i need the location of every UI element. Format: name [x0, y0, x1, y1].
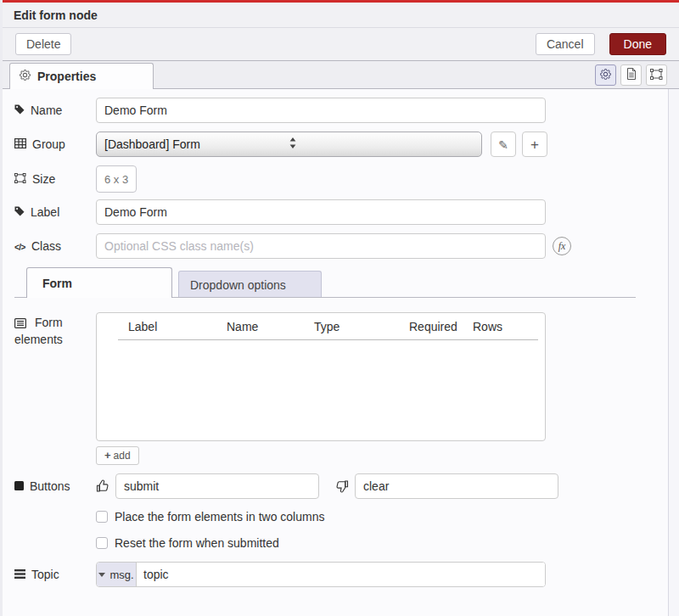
properties-form: Name Group [Dashboard] Form — [3, 89, 679, 616]
form-elements-label: Form elements — [14, 312, 96, 349]
class-input[interactable] — [96, 233, 546, 259]
reset-form-checkbox[interactable] — [96, 537, 108, 549]
scrollbar-track[interactable] — [668, 89, 679, 616]
column-header-label: Label — [128, 320, 157, 333]
size-button[interactable]: 6 x 3 — [96, 165, 137, 193]
tab-properties-label: Properties — [37, 70, 96, 83]
topic-row: Topic msg. — [14, 562, 667, 587]
chevron-down-icon — [98, 573, 105, 577]
square-icon — [14, 479, 24, 493]
file-text-icon — [626, 68, 637, 82]
add-element-button[interactable]: add — [96, 446, 139, 465]
class-row: Class fx — [14, 233, 667, 259]
group-label: Group — [14, 137, 96, 151]
dialog-toolbar: Delete Cancel Done — [3, 28, 679, 61]
group-select[interactable]: [Dashboard] Form — [96, 132, 482, 157]
edit-form-node-dialog: Edit form node Delete Cancel Done Proper… — [0, 0, 679, 616]
form-elements-row: Form elements Label Name Type Required R… — [14, 312, 667, 465]
buttons-row: Buttons — [14, 473, 667, 499]
topic-type-label: msg. — [109, 568, 133, 581]
plus-icon — [104, 450, 111, 462]
group-row: Group [Dashboard] Form — [14, 132, 667, 157]
two-columns-checkbox-label: Place the form elements in two columns — [115, 510, 324, 524]
node-appearance-button[interactable] — [646, 64, 667, 86]
thumbs-down-icon — [335, 479, 349, 493]
reset-form-checkbox-label: Reset the form when submitted — [115, 536, 279, 550]
list-icon — [14, 316, 35, 329]
tasks-icon — [14, 568, 25, 581]
size-row: Size 6 x 3 — [14, 165, 667, 193]
gear-icon — [600, 69, 611, 82]
label-row: Label — [14, 199, 667, 225]
editor-side-buttons — [595, 64, 667, 86]
label-input[interactable] — [96, 199, 546, 225]
header-divider — [118, 339, 538, 340]
gear-icon — [20, 70, 31, 83]
column-header-required: Required — [409, 320, 457, 333]
topic-label: Topic — [14, 568, 96, 581]
edit-group-button[interactable] — [491, 132, 516, 157]
buttons-label: Buttons — [14, 479, 96, 493]
name-row: Name — [14, 98, 667, 123]
pencil-icon — [498, 137, 508, 152]
submit-button-text-input[interactable] — [115, 473, 319, 499]
object-group-icon — [650, 69, 663, 82]
class-label: Class — [14, 239, 96, 253]
group-select-value: [Dashboard] Form — [104, 137, 289, 151]
cancel-button[interactable]: Cancel — [536, 33, 595, 55]
topic-type-selector[interactable]: msg. — [97, 563, 137, 586]
two-columns-checkbox[interactable] — [96, 511, 108, 523]
topic-typed-input: msg. — [96, 562, 546, 587]
two-columns-option: Place the form elements in two columns — [96, 510, 667, 524]
dialog-header: Edit form node — [3, 3, 679, 28]
tag-icon — [14, 205, 25, 219]
code-icon — [14, 239, 25, 253]
form-elements-list: Label Name Type Required Rows — [96, 312, 546, 441]
reset-form-option: Reset the form when submitted — [96, 536, 667, 550]
tab-dropdown-options[interactable]: Dropdown options — [178, 271, 322, 298]
column-header-type: Type — [314, 320, 340, 333]
tab-form[interactable]: Form — [26, 267, 172, 298]
node-properties-button[interactable] — [595, 64, 616, 86]
column-header-rows: Rows — [473, 320, 502, 333]
size-label: Size — [14, 172, 96, 186]
tag-icon — [14, 104, 25, 117]
clear-button-text-input[interactable] — [355, 473, 558, 499]
tray-tab-bar: Properties — [3, 61, 679, 89]
tab-properties[interactable]: Properties — [9, 63, 154, 89]
object-group-icon — [14, 172, 26, 186]
plus-icon — [530, 137, 539, 152]
select-caret-icon — [289, 137, 474, 151]
content-tab-bar: Form Dropdown options — [14, 267, 636, 298]
name-label: Name — [14, 104, 96, 117]
dialog-title: Edit form node — [14, 8, 98, 22]
add-group-button[interactable] — [522, 132, 547, 157]
done-button[interactable]: Done — [609, 33, 666, 55]
name-input[interactable] — [96, 98, 546, 123]
label-label: Label — [14, 205, 96, 219]
delete-button[interactable]: Delete — [15, 33, 71, 55]
table-icon — [14, 137, 26, 151]
topic-input[interactable] — [137, 563, 545, 586]
thumbs-up-icon — [96, 479, 109, 493]
node-description-button[interactable] — [620, 64, 642, 86]
fx-badge-icon: fx — [553, 237, 571, 255]
column-header-name: Name — [227, 320, 258, 333]
